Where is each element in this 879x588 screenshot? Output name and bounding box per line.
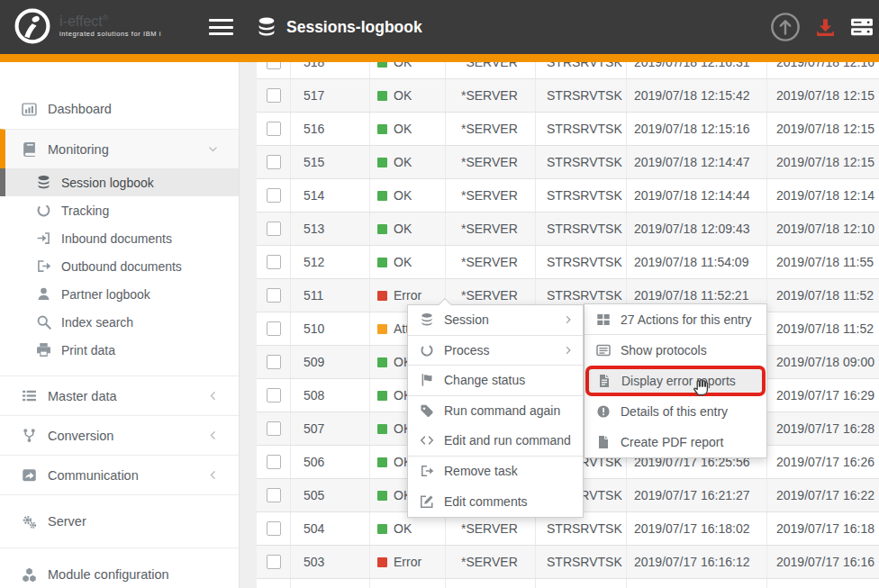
table-row[interactable]: 503 Error *SERVER STRSRVTSK 2019/07/17 1…	[257, 546, 879, 579]
row-checkbox[interactable]	[267, 188, 281, 203]
sidebar-item-label: Server	[48, 514, 86, 529]
user-icon	[36, 286, 51, 302]
row-checkbox[interactable]	[267, 355, 281, 369]
sidebar-item[interactable]: Conversion	[0, 415, 239, 455]
filetext-icon	[597, 374, 612, 388]
end-time-cell	[767, 579, 879, 588]
status-indicator	[377, 258, 387, 267]
table-row[interactable]	[257, 579, 879, 588]
context-menu-item[interactable]: Session	[408, 305, 583, 336]
brand-name: i-effect®	[59, 14, 161, 29]
server-list-icon[interactable]	[850, 15, 874, 39]
right-icon	[563, 314, 574, 325]
submenu-item-label: Display error reports	[621, 374, 736, 388]
session-id-cell: 511	[291, 279, 370, 312]
sidebar-item-label: Print data	[61, 343, 115, 357]
submenu-item[interactable]: Display error reports	[585, 366, 766, 396]
context-menu-item[interactable]: Process	[408, 336, 583, 366]
sidebar-item[interactable]: Module configuration	[0, 547, 239, 588]
row-checkbox[interactable]	[267, 388, 281, 403]
status-cell	[370, 579, 446, 588]
task-cell: STRSRVTSK	[536, 62, 627, 78]
table-row[interactable]: 518 OK *SERVER STRSRVTSK 2019/07/18 12:1…	[257, 62, 879, 79]
checkbox-cell	[257, 312, 291, 345]
checkbox-cell	[257, 62, 291, 78]
list-icon	[22, 388, 37, 403]
menu-toggle-icon[interactable]	[209, 19, 233, 35]
table-row[interactable]: 516 OK *SERVER STRSRVTSK 2019/07/18 12:1…	[257, 113, 879, 146]
table-row[interactable]: 513 OK *SERVER STRSRVTSK 2019/07/18 12:0…	[257, 213, 879, 246]
sidebar-item[interactable]: Monitoring	[0, 129, 239, 168]
row-checkbox[interactable]	[267, 555, 281, 569]
row-checkbox[interactable]	[267, 455, 281, 469]
row-checkbox[interactable]	[267, 155, 281, 169]
sidebar-item[interactable]: Server	[0, 494, 239, 547]
down-icon	[207, 143, 219, 155]
row-checkbox[interactable]	[267, 88, 281, 103]
table-row[interactable]: 515 OK *SERVER STRSRVTSK 2019/07/18 12:1…	[257, 146, 879, 179]
sidebar-item[interactable]: Inbound documents	[0, 224, 239, 252]
table-row[interactable]: 512 OK *SERVER STRSRVTSK 2019/07/18 11:5…	[257, 246, 879, 279]
start-time-cell: 2019/07/18 11:54:09	[627, 246, 767, 278]
row-checkbox[interactable]	[267, 62, 281, 69]
status-indicator	[377, 557, 387, 567]
command-cell: *SERVER	[446, 179, 536, 212]
row-checkbox[interactable]	[267, 521, 281, 536]
grid-icon	[596, 312, 611, 327]
sidebar-item[interactable]: Outbound documents	[0, 252, 239, 280]
start-time-cell: 2019/07/18 12:09:43	[627, 213, 767, 245]
sidebar-item[interactable]: Partner logbook	[0, 280, 239, 308]
row-checkbox[interactable]	[267, 321, 281, 336]
checkbox-cell	[257, 479, 291, 511]
submenu-item[interactable]: Details of this entry	[584, 396, 766, 427]
status-label: OK	[394, 62, 412, 69]
chart-icon	[22, 102, 37, 117]
submenu-item[interactable]: Create PDF report	[584, 427, 766, 457]
sidebar-item[interactable]: Print data	[0, 336, 239, 364]
context-menu-item[interactable]: Edit comments	[408, 486, 583, 517]
context-menu-item[interactable]: Edit and run command	[408, 426, 583, 457]
sidebar-item-label: Session logbook	[61, 176, 154, 190]
end-time-cell: 2019/07/18 12:10	[767, 213, 879, 245]
circle-icon	[420, 343, 434, 357]
table-row[interactable]: 504 OK *SERVER STRSRVTSK 2019/07/17 16:1…	[257, 512, 879, 546]
brand-logo[interactable]: i-effect® integrated solutions for IBM i	[13, 6, 161, 46]
session-id-cell: 506	[291, 446, 370, 478]
task-cell	[536, 579, 627, 588]
table-row[interactable]: 514 OK *SERVER STRSRVTSK 2019/07/18 12:1…	[257, 179, 879, 213]
checkbox-cell	[257, 346, 291, 378]
sidebar-item[interactable]: Dashboard	[0, 89, 239, 129]
status-cell: OK	[370, 113, 446, 145]
row-checkbox[interactable]	[267, 222, 281, 236]
end-time-cell: 2019/07/17 16:29	[767, 379, 879, 412]
submenu-item-label: Details of this entry	[621, 404, 728, 419]
search-icon	[36, 314, 51, 330]
submenu-item[interactable]: Show protocols	[584, 335, 766, 366]
context-menu-item[interactable]: Change status	[408, 366, 583, 396]
sidebar-item[interactable]: Session logbook	[0, 168, 239, 196]
page-header: Sessions-logbook	[256, 0, 422, 54]
row-checkbox[interactable]	[267, 122, 281, 136]
session-id-cell: 516	[291, 113, 370, 145]
table-row[interactable]: 517 OK *SERVER STRSRVTSK 2019/07/18 12:1…	[257, 79, 879, 113]
sidebar-item[interactable]: Communication	[0, 455, 239, 494]
sidebar-item[interactable]: Tracking	[0, 196, 239, 224]
sidebar-item-label: Index search	[61, 315, 133, 330]
status-cell: OK	[370, 213, 446, 245]
session-id-cell	[291, 579, 370, 588]
row-checkbox[interactable]	[267, 288, 281, 303]
download-icon[interactable]	[814, 16, 837, 39]
sidebar-item[interactable]: Index search	[0, 308, 239, 336]
context-menu-item[interactable]: Remove task	[408, 457, 583, 487]
row-checkbox[interactable]	[267, 255, 281, 269]
end-time-cell: 2019/07/18 11:55	[767, 246, 879, 278]
upload-circle-icon[interactable]	[770, 12, 801, 42]
command-cell: *SERVER	[446, 113, 536, 145]
context-menu-item[interactable]: Run command again	[408, 396, 583, 427]
row-checkbox[interactable]	[267, 488, 281, 502]
submenu-item[interactable]: 27 Actions for this entry	[584, 304, 766, 335]
sidebar-item-label: Module configuration	[48, 567, 169, 582]
command-cell: *SERVER	[446, 546, 536, 578]
row-checkbox[interactable]	[267, 421, 281, 436]
sidebar-item[interactable]: Master data	[0, 375, 239, 415]
